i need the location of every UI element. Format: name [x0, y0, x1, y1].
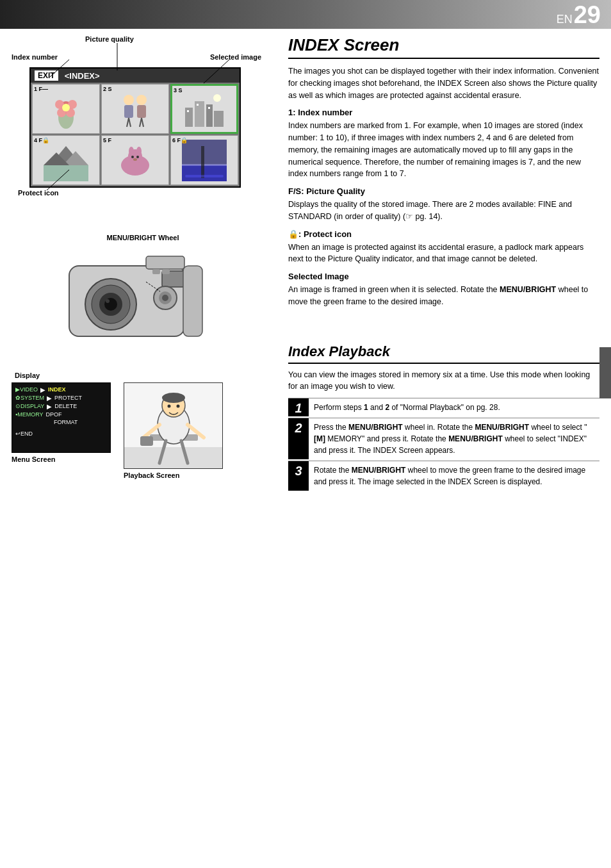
display-section: Display ▶VIDEO ▶ INDEX ✿SYSTEM ▶ PROTECT — [12, 372, 268, 479]
menu-screen-box: ▶VIDEO ▶ INDEX ✿SYSTEM ▶ PROTECT ⊙DISPLA… — [12, 382, 111, 453]
menu-screen-label: Menu Screen — [12, 455, 111, 463]
index-title: <INDEX> — [65, 71, 100, 81]
index-diagram: Picture quality Index number Selected im… — [12, 35, 268, 227]
menu-screen-container: ▶VIDEO ▶ INDEX ✿SYSTEM ▶ PROTECT ⊙DISPLA… — [12, 382, 111, 463]
steps-container: 1 Perform steps 1 and 2 of "Normal Playb… — [288, 398, 599, 491]
step-1-num: 1 — [288, 398, 309, 416]
menu-row-3: ⊙DISPLAY ▶ DELETE — [15, 403, 107, 410]
svg-rect-54 — [183, 266, 202, 336]
svg-point-53 — [162, 295, 168, 301]
menu-sub-dpof: DPOF — [46, 411, 62, 418]
menu-arrow-3: ▶ — [47, 403, 52, 410]
index-cell-4: 4 F🔒 — [32, 135, 100, 185]
svg-point-30 — [136, 147, 142, 156]
step-3-num: 3 — [288, 461, 309, 491]
svg-line-10 — [129, 118, 131, 127]
svg-point-7 — [124, 95, 134, 105]
menu-row-1: ▶VIDEO ▶ INDEX — [15, 386, 107, 393]
subsection-picture-quality: F/S: Picture Quality Displays the qualit… — [288, 186, 599, 223]
svg-rect-19 — [187, 110, 189, 112]
index-screen-header: EXIT <INDEX> — [31, 69, 240, 83]
subsection-text-selected-image: An image is framed in green when it is s… — [288, 284, 599, 308]
svg-rect-12 — [137, 105, 146, 118]
svg-point-29 — [129, 147, 134, 156]
menu-arrow-2: ▶ — [47, 395, 52, 402]
subsection-index-number: 1: Index number Index numbers are marked… — [288, 108, 599, 180]
label-display: Display — [15, 372, 268, 379]
svg-rect-21 — [208, 107, 210, 109]
menu-icon-video: ▶VIDEO — [15, 386, 38, 393]
subsection-title-index-number: 1: Index number — [288, 108, 599, 117]
subsection-title-protect-icon: 🔒: Protect icon — [288, 229, 599, 239]
menu-sub-format: FORMAT — [54, 419, 77, 425]
svg-point-48 — [106, 299, 110, 303]
svg-rect-70 — [140, 436, 153, 446]
svg-rect-50 — [146, 256, 184, 269]
index-cell-3: 3 S — [170, 84, 238, 134]
menu-row-2: ✿SYSTEM ▶ PROTECT — [15, 395, 107, 402]
playback-screen-label: Playback Screen — [124, 471, 223, 479]
index-cell-6: 6 F🔒 — [170, 135, 238, 185]
subsection-selected-image: Selected Image An image is framed in gre… — [288, 272, 599, 308]
svg-point-6 — [62, 104, 70, 111]
page-en-label: EN — [557, 13, 573, 26]
right-column: INDEX Screen The images you shot can be … — [288, 35, 599, 491]
subsection-title-selected-image: Selected Image — [288, 272, 599, 281]
menu-sub-delete: DELETE — [54, 403, 77, 410]
step-2: 2 Press the MENU/BRIGHT wheel in. Rotate… — [288, 418, 599, 459]
index-cell-5: 5 F — [101, 135, 169, 185]
svg-point-22 — [213, 94, 221, 102]
svg-point-63 — [162, 393, 185, 403]
svg-point-68 — [168, 405, 171, 408]
svg-rect-59 — [124, 447, 223, 469]
label-index-number: Index number — [12, 53, 58, 61]
svg-rect-23 — [44, 165, 88, 181]
label-selected-image: Selected image — [210, 53, 261, 61]
left-column: Picture quality Index number Selected im… — [12, 35, 268, 479]
index-cell-1: 1 F— — [32, 84, 100, 134]
menu-icon-memory: ▪MEMORY — [15, 411, 44, 418]
index-screen-section: INDEX Screen The images you shot can be … — [288, 35, 599, 308]
svg-rect-37 — [201, 146, 204, 178]
menu-sub-protect: PROTECT — [54, 395, 82, 402]
svg-rect-20 — [197, 104, 199, 106]
index-cell-2: 2 S — [101, 84, 169, 134]
svg-rect-55 — [152, 269, 160, 274]
svg-point-33 — [133, 158, 137, 161]
subsection-title-picture-quality: F/S: Picture Quality — [288, 186, 599, 196]
svg-rect-56 — [162, 269, 170, 274]
right-sidebar-tab — [599, 347, 611, 398]
playback-screen-container: Playback Screen — [124, 382, 223, 479]
step-2-content: Press the MENU/BRIGHT wheel in. Rotate t… — [309, 418, 599, 459]
label-menu-bright-wheel: MENU/BRIGHT Wheel — [18, 234, 268, 242]
subsection-text-index-number: Index numbers are marked from 1. For exa… — [288, 120, 599, 180]
menu-icon-display: ⊙DISPLAY — [15, 403, 44, 410]
svg-point-32 — [136, 156, 139, 158]
svg-rect-16 — [195, 101, 204, 127]
menu-sub-index: INDEX — [48, 386, 66, 393]
subsection-protect-icon: 🔒: Protect icon When an image is protect… — [288, 229, 599, 266]
step-1: 1 Perform steps 1 and 2 of "Normal Playb… — [288, 398, 599, 416]
menu-icon-system: ✿SYSTEM — [15, 395, 44, 402]
svg-line-14 — [142, 118, 143, 127]
step-1-content: Perform steps 1 and 2 of "Normal Playbac… — [309, 398, 599, 416]
step-2-num: 2 — [288, 418, 309, 459]
index-screen-box: EXIT <INDEX> 1 F— — [29, 67, 241, 188]
step-3: 3 Rotate the MENU/BRIGHT wheel to move t… — [288, 461, 599, 491]
page-number: 29 — [574, 3, 601, 27]
subsection-text-protect-icon: When an image is protected against its a… — [288, 242, 599, 266]
menu-playback-row: ▶VIDEO ▶ INDEX ✿SYSTEM ▶ PROTECT ⊙DISPLA… — [12, 382, 268, 479]
index-screen-intro: The images you shot can be displayed tog… — [288, 65, 599, 101]
subsection-text-picture-quality: Displays the quality of the stored image… — [288, 199, 599, 223]
index-playback-intro: You can view the images stored in memory… — [288, 369, 599, 393]
camera-drawing — [63, 247, 216, 352]
camera-section: MENU/BRIGHT Wheel — [12, 234, 268, 352]
menu-row-5: FORMAT — [15, 419, 107, 425]
label-protect-icon: Protect icon — [18, 189, 59, 197]
index-playback-title: Index Playback — [288, 343, 599, 364]
step-3-content: Rotate the MENU/BRIGHT wheel to move the… — [309, 461, 599, 491]
playback-screen-drawing — [124, 382, 223, 469]
header-bar: EN 29 — [0, 0, 611, 29]
index-grid: 1 F— 2 S — [31, 83, 240, 186]
menu-arrow-1: ▶ — [40, 386, 45, 393]
